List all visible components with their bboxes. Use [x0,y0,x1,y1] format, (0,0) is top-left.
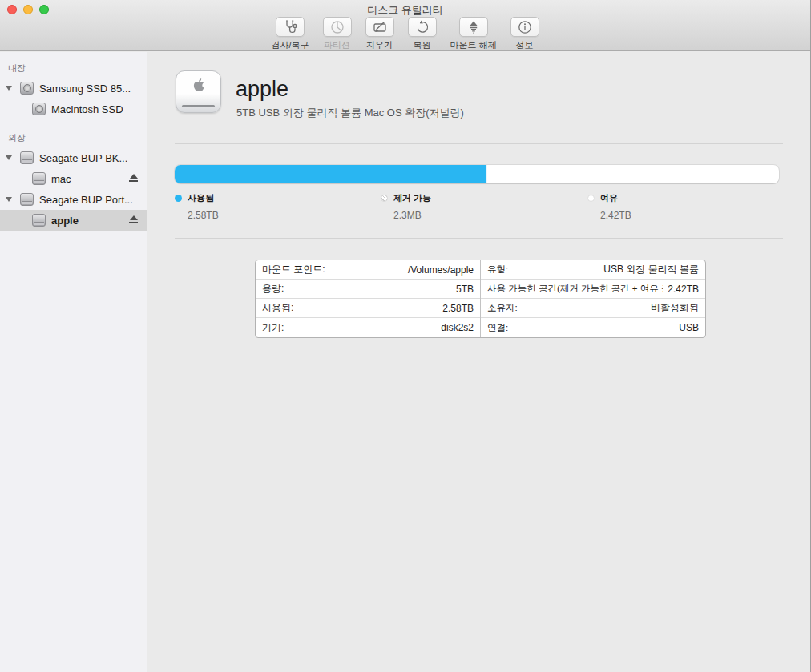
legend-label: 제거 가능 [393,192,431,204]
detail-value: 2.58TB [442,303,474,314]
table-row: 연결: USB [481,318,705,337]
table-row: 소유자: 비활성화됨 [481,299,705,318]
unmount-button[interactable] [459,17,488,37]
sidebar-item-samsung-ssd[interactable]: Samsung SSD 85... [0,78,147,99]
disclosure-triangle-icon[interactable] [6,155,12,160]
internal-drive-icon [32,103,46,115]
table-row: 사용 가능한 공간(제거 가능한 공간 + 여유 공간): 2.42TB [481,280,705,299]
detail-label: 마운트 포인트: [262,263,325,276]
eject-icon[interactable] [129,215,138,223]
volume-description: 5TB USB 외장 물리적 볼륨 Mac OS 확장(저널링) [236,106,464,120]
sidebar-item-label: mac [51,173,71,185]
sidebar-item-label: apple [51,215,79,227]
toolbar-label: 검사/복구 [271,39,309,51]
divider [175,238,783,239]
volume-device-icon [176,70,221,113]
device-slot [182,105,215,107]
detail-label: 용량: [262,282,284,296]
toolbar-item-first-aid: 검사/복구 [271,17,309,51]
detail-value: disk2s2 [441,322,474,333]
disk-utility-window: 디스크 유틸리티 검사/복구 [0,0,811,672]
toolbar-item-erase: 지우기 [365,17,394,51]
external-drive-icon [32,172,46,185]
detail-label: 사용 가능한 공간(제거 가능한 공간 + 여유 공간): [487,283,663,295]
window-title: 디스크 유틸리티 [0,3,810,18]
main-content: apple 5TB USB 외장 물리적 볼륨 Mac OS 확장(저널링) 사… [148,52,810,672]
external-drive-icon [32,214,46,227]
partition-icon [329,18,346,36]
toolbar-item-restore: 복원 [408,17,437,51]
detail-label: 기기: [262,321,284,335]
sidebar-item-label: Seagate BUP Port... [39,194,133,206]
erase-button[interactable] [365,17,394,37]
sidebar-section-external: 외장 [8,132,147,144]
volume-title: apple [236,77,288,102]
sidebar-item-label: Macintosh SSD [51,103,123,115]
table-row: 기기: disk2s2 [256,318,480,337]
legend-purgeable: 제거 가능 2.3MB [381,192,431,221]
disclosure-triangle-icon[interactable] [6,197,12,202]
sidebar-item-mac[interactable]: mac [0,168,147,189]
disclosure-triangle-icon[interactable] [6,86,12,91]
info-button[interactable] [510,17,539,37]
detail-label: 소유자: [487,302,518,314]
eject-icon[interactable] [129,174,138,182]
legend-free: 여유 2.42TB [587,192,631,221]
unmount-icon [465,18,482,36]
toolbar-label: 파티션 [324,39,350,51]
details-table: 마운트 포인트: /Volumes/apple 용량: 5TB 사용됨: 2.5… [255,260,706,338]
toolbar-item-unmount: 마운트 해제 [450,17,497,51]
sidebar-item-seagate-bup-bk[interactable]: Seagate BUP BK... [0,147,147,168]
toolbar-item-info: 정보 [510,17,539,51]
toolbar-label: 정보 [516,39,534,51]
details-left-column: 마운트 포인트: /Volumes/apple 용량: 5TB 사용됨: 2.5… [256,260,480,337]
sidebar: 내장 Samsung SSD 85... Macintosh SSD 외장 Se… [0,52,147,672]
detail-label: 사용됨: [262,301,293,315]
first-aid-button[interactable] [276,17,305,37]
sidebar-item-seagate-bup-port[interactable]: Seagate BUP Port... [0,189,147,210]
table-row: 사용됨: 2.58TB [256,299,480,318]
usage-bar-used-segment [175,165,487,183]
usage-bar [175,165,779,183]
sidebar-item-label: Samsung SSD 85... [39,82,131,95]
table-row: 용량: 5TB [256,280,480,299]
detail-value: USB [679,322,699,333]
first-aid-icon [281,18,299,36]
restore-button[interactable] [408,17,437,37]
detail-label: 유형: [487,264,508,276]
apple-logo-icon [193,78,204,91]
erase-icon [371,18,389,36]
legend-label: 여유 [600,192,618,204]
titlebar-toolbar: 디스크 유틸리티 검사/복구 [0,0,810,51]
legend-used: 사용됨 2.58TB [175,192,219,221]
external-drive-icon [20,193,34,206]
free-swatch-icon [587,195,595,202]
legend-value: 2.3MB [393,210,431,221]
legend-value: 2.42TB [600,210,631,221]
info-icon [516,18,534,36]
detail-value: 5TB [456,284,474,295]
purgeable-swatch-icon [381,195,388,202]
used-swatch-icon [175,195,182,202]
toolbar-label: 마운트 해제 [450,39,497,51]
detail-label: 연결: [487,322,508,334]
sidebar-section-internal: 내장 [8,62,147,74]
legend-value: 2.58TB [188,210,219,221]
detail-value: 비활성화됨 [651,301,699,315]
sidebar-item-label: Seagate BUP BK... [39,152,127,164]
table-row: 마운트 포인트: /Volumes/apple [256,260,480,280]
toolbar-label: 지우기 [366,39,393,51]
restore-icon [414,18,431,36]
details-right-column: 유형: USB 외장 물리적 볼륨 사용 가능한 공간(제거 가능한 공간 + … [480,260,705,337]
sidebar-item-apple[interactable]: apple [0,210,147,231]
sidebar-item-macintosh-ssd[interactable]: Macintosh SSD [0,99,147,119]
table-row: 유형: USB 외장 물리적 볼륨 [481,260,705,280]
toolbar: 검사/복구 파티션 지우기 [0,17,810,51]
detail-value: 2.42TB [668,284,699,295]
detail-value: USB 외장 물리적 볼륨 [603,263,699,276]
toolbar-label: 복원 [414,39,431,51]
internal-drive-icon [20,82,34,95]
partition-button[interactable] [323,17,352,37]
external-drive-icon [20,151,34,164]
detail-value: /Volumes/apple [408,264,474,276]
